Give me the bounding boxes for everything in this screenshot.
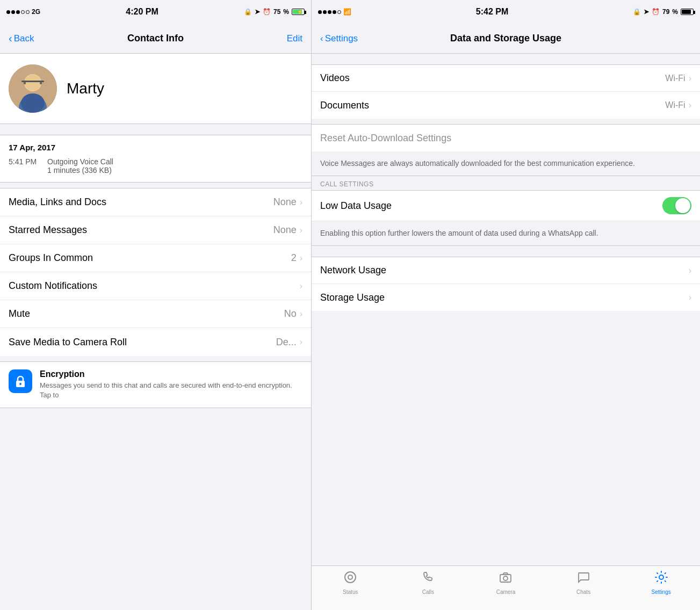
page-title: Contact Info: [127, 33, 184, 44]
tab-status-label: Status: [343, 589, 358, 595]
dot5: [337, 10, 341, 14]
alarm-icon: ⏰: [652, 8, 660, 16]
right-back-label: Settings: [325, 33, 358, 44]
right-clock: 5:42 PM: [351, 7, 633, 17]
chevron-icon: ›: [689, 293, 691, 302]
lock-icon: 🔒: [633, 8, 641, 16]
low-data-label: Low Data Usage: [320, 200, 662, 212]
back-label: Back: [14, 33, 34, 44]
lock-icon-box: [9, 369, 32, 393]
list-item-save-media[interactable]: Save Media to Camera Roll De... ›: [0, 328, 311, 356]
tab-chats[interactable]: Chats: [545, 570, 623, 595]
svg-point-7: [21, 93, 45, 113]
tab-calls-label: Calls: [422, 589, 434, 595]
reset-section: Reset Auto-Download Settings: [312, 124, 700, 151]
list-item-storage-usage[interactable]: Storage Usage ›: [312, 284, 700, 311]
tab-chats-label: Chats: [576, 589, 590, 595]
voice-messages-info: Voice Messages are always automatically …: [312, 151, 700, 176]
svg-point-14: [659, 575, 663, 579]
signal-indicator: [6, 10, 30, 14]
tab-camera[interactable]: Camera: [467, 570, 545, 595]
low-data-info-text: Enabling this option further lowers the …: [320, 229, 598, 237]
list-item-groups[interactable]: Groups In Common 2 ›: [0, 244, 311, 272]
list-item-network-usage[interactable]: Network Usage ›: [312, 257, 700, 284]
low-data-toggle[interactable]: [662, 197, 691, 214]
call-history-section: 17 Apr, 2017 5:41 PM Outgoing Voice Call…: [0, 135, 311, 183]
location-icon: ➤: [644, 8, 649, 16]
chevron-icon: ›: [689, 74, 691, 83]
right-back-chevron-icon: ‹: [320, 33, 323, 44]
calls-tab-icon: [421, 570, 435, 587]
tab-bar: Status Calls Camera: [312, 565, 700, 610]
chevron-icon: ›: [689, 266, 691, 275]
alarm-icon: ⏰: [263, 8, 271, 16]
low-data-info: Enabling this option further lowers the …: [312, 221, 700, 246]
dot1: [318, 10, 322, 14]
contact-header: Marty: [0, 54, 311, 124]
battery-percent: 75: [273, 8, 280, 16]
call-duration: 1 minutes (336 KB): [47, 166, 113, 175]
list-item-starred[interactable]: Starred Messages None ›: [0, 216, 311, 244]
right-status-icons: 🔒 ➤ ⏰ 79%: [633, 8, 694, 16]
call-date: 17 Apr, 2017: [0, 135, 311, 154]
tab-settings-label: Settings: [652, 589, 671, 595]
camera-tab-icon: [499, 570, 513, 587]
svg-point-9: [19, 383, 21, 385]
encryption-section[interactable]: Encryption Messages you send to this cha…: [0, 361, 311, 408]
svg-point-3: [25, 75, 41, 91]
left-nav-bar: ‹ Back Contact Info Edit: [0, 24, 311, 54]
call-time: 5:41 PM: [9, 157, 41, 166]
list-item-documents[interactable]: Documents Wi-Fi ›: [312, 92, 700, 119]
right-nav-bar: ‹ Settings Data and Storage Usage: [312, 24, 700, 54]
list-item-media[interactable]: Media, Links and Docs None ›: [0, 188, 311, 216]
toggle-knob: [675, 198, 690, 213]
svg-rect-6: [21, 81, 44, 82]
list-item-mute[interactable]: Mute No ›: [0, 300, 311, 328]
svg-point-13: [503, 576, 508, 580]
chevron-icon: ›: [300, 226, 302, 235]
usage-list: Network Usage › Storage Usage ›: [312, 257, 700, 311]
left-clock: 4:20 PM: [40, 7, 244, 17]
info-text: Voice Messages are always automatically …: [320, 159, 635, 168]
right-status-bar: 📶 5:42 PM 🔒 ➤ ⏰ 79%: [312, 0, 700, 24]
right-page-title: Data and Storage Usage: [450, 33, 561, 44]
settings-back-button[interactable]: ‹ Settings: [320, 33, 358, 44]
call-description: Outgoing Voice Call: [47, 157, 113, 166]
call-settings-header: CALL SETTINGS: [312, 176, 700, 190]
list-item-notifications[interactable]: Custom Notifications ›: [0, 272, 311, 300]
encryption-description: Messages you send to this chat and calls…: [40, 381, 302, 400]
encryption-info: Encryption Messages you send to this cha…: [40, 369, 302, 400]
back-button[interactable]: ‹ Back: [9, 32, 34, 45]
svg-point-10: [345, 572, 356, 583]
dot3: [16, 10, 20, 14]
dot2: [11, 10, 15, 14]
signal-indicator: [318, 10, 341, 14]
tab-status[interactable]: Status: [312, 570, 389, 595]
dot4: [21, 10, 25, 14]
battery-icon: ⚡: [292, 9, 305, 15]
dot2: [323, 10, 327, 14]
wifi-icon: 📶: [343, 8, 351, 16]
chevron-icon: ›: [300, 281, 302, 291]
call-details: Outgoing Voice Call 1 minutes (336 KB): [47, 157, 113, 175]
tab-settings[interactable]: Settings: [622, 570, 700, 595]
avatar: [9, 64, 57, 113]
right-panel: 📶 5:42 PM 🔒 ➤ ⏰ 79% ‹ Settings Data and …: [312, 0, 700, 610]
chevron-icon: ›: [300, 337, 302, 347]
reset-button[interactable]: Reset Auto-Download Settings: [312, 125, 700, 151]
location-icon: ➤: [255, 8, 260, 16]
chevron-icon: ›: [300, 198, 302, 207]
list-item-videos[interactable]: Videos Wi-Fi ›: [312, 65, 700, 92]
edit-button[interactable]: Edit: [287, 33, 302, 44]
tab-calls[interactable]: Calls: [389, 570, 467, 595]
dot4: [333, 10, 336, 14]
svg-rect-12: [500, 575, 511, 582]
menu-list: Media, Links and Docs None › Starred Mes…: [0, 188, 311, 356]
battery-icon: [681, 9, 694, 15]
battery-percent: 79: [662, 8, 669, 16]
contact-name: Marty: [67, 80, 104, 97]
status-icons: 🔒 ➤ ⏰ 75% ⚡: [244, 8, 305, 16]
chats-tab-icon: [576, 570, 590, 587]
lock-icon: 🔒: [244, 8, 252, 16]
low-data-usage-row[interactable]: Low Data Usage: [312, 190, 700, 221]
